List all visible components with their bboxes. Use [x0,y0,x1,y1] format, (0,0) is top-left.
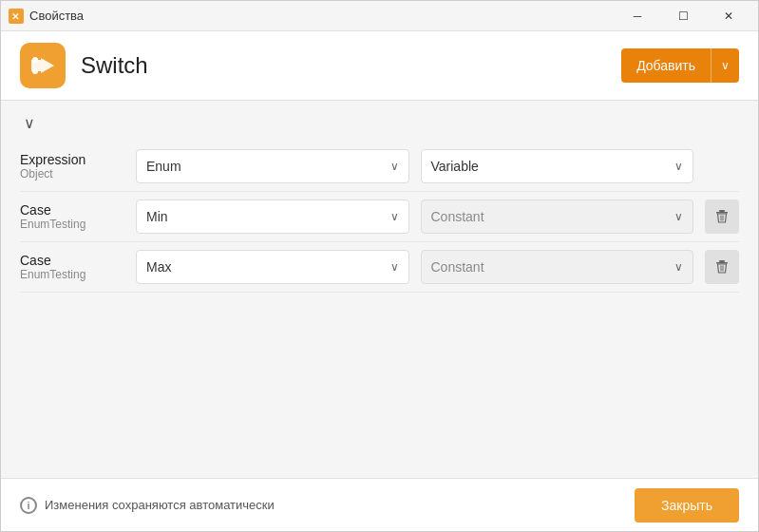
row-label-case-min: Case EnumTesting [20,202,124,231]
row-label-case-max: Case EnumTesting [20,253,124,281]
window-controls: ─ ☐ ✕ [616,1,750,31]
label-sub: EnumTesting [20,218,124,231]
svg-text:✕: ✕ [11,11,19,22]
chevron-down-icon: ∨ [390,160,399,173]
case-max-right-value: Constant [431,259,484,275]
chevron-down-icon: ∨ [390,210,399,223]
properties-rows: Expression Object Enum ∨ Variable ∨ Case… [20,142,739,293]
case-max-left-value: Max [146,259,171,275]
switch-icon [20,43,66,88]
label-main: Case [20,253,124,268]
label-sub: EnumTesting [20,268,124,281]
chevron-down-icon: ∨ [674,210,683,223]
trash-icon [714,209,730,224]
svg-rect-5 [716,212,728,214]
add-button-label: Добавить [621,48,711,83]
expression-right-dropdown[interactable]: Variable ∨ [421,149,694,183]
add-button[interactable]: Добавить ∨ [621,48,739,83]
case-min-right-value: Constant [431,209,484,224]
trash-icon [714,259,730,275]
footer-info-text: Изменения сохраняются автоматически [45,498,275,512]
delete-case-max-button[interactable] [705,250,739,284]
svg-rect-8 [719,260,725,262]
footer: i Изменения сохраняются автоматически За… [1,478,758,531]
collapse-button[interactable]: ∨ [20,112,39,134]
table-row: Case EnumTesting Min ∨ Constant ∨ [20,192,739,242]
content-area: ∨ Expression Object Enum ∨ Variable ∨ [1,101,758,478]
label-sub: Object [20,167,124,180]
table-row: Case EnumTesting Max ∨ Constant ∨ [20,242,739,293]
minimize-button[interactable]: ─ [616,1,659,31]
add-button-arrow[interactable]: ∨ [712,48,739,83]
window: ✕ Свойства ─ ☐ ✕ Switch Добавить ∨ ∨ [0,0,759,532]
header: Switch Добавить ∨ [1,31,758,101]
maximize-button[interactable]: ☐ [661,1,705,31]
case-max-right-dropdown[interactable]: Constant ∨ [421,250,694,284]
expression-left-dropdown[interactable]: Enum ∨ [136,149,409,183]
svg-point-3 [32,68,38,74]
component-title: Switch [81,52,621,79]
app-icon: ✕ [9,9,24,24]
svg-point-2 [32,57,38,63]
label-main: Case [20,202,124,218]
close-button[interactable]: Закрыть [635,488,739,522]
case-max-left-dropdown[interactable]: Max ∨ [136,250,409,284]
chevron-down-icon: ∨ [674,160,683,173]
expression-left-value: Enum [146,159,181,174]
delete-case-min-button[interactable] [705,200,739,234]
chevron-down-icon: ∨ [390,260,399,274]
window-title: Свойства [29,9,616,23]
close-window-button[interactable]: ✕ [707,1,750,31]
svg-rect-9 [716,262,728,264]
case-min-left-dropdown[interactable]: Min ∨ [136,200,409,234]
delete-placeholder [705,149,739,183]
svg-rect-4 [719,210,725,212]
title-bar: ✕ Свойства ─ ☐ ✕ [1,1,758,31]
row-label-expression: Expression Object [20,152,124,180]
chevron-down-icon: ∨ [674,260,683,274]
case-min-left-value: Min [146,209,168,224]
footer-info: i Изменения сохраняются автоматически [20,497,275,514]
label-main: Expression [20,152,124,167]
case-min-right-dropdown[interactable]: Constant ∨ [421,200,694,234]
info-icon: i [20,497,37,514]
table-row: Expression Object Enum ∨ Variable ∨ [20,142,739,192]
expression-right-value: Variable [431,159,479,174]
